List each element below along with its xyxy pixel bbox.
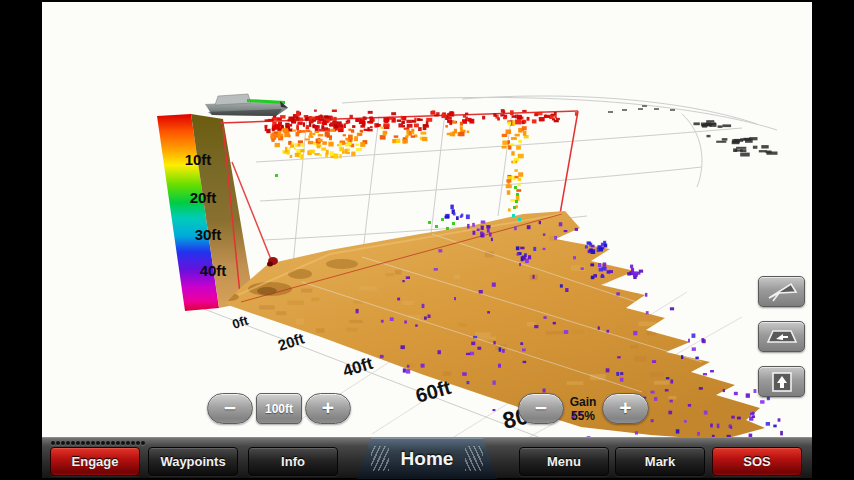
bottom-menu-bar: Engage Waypoints Info Home Menu Mark SOS (42, 437, 812, 478)
range-label-20ft: 20ft (276, 329, 307, 353)
letterbox-right (812, 0, 854, 480)
tab-hatch-decoration (371, 446, 389, 471)
view-angled-button[interactable] (758, 321, 805, 352)
engage-button[interactable]: Engage (50, 447, 140, 476)
sonar-3d-view[interactable]: 10ft 20ft 30ft 40ft 0ft 20ft 40ft 60ft 8… (42, 2, 812, 478)
range-plus-button[interactable]: + (305, 393, 351, 424)
sonar-scene: 10ft 20ft 30ft 40ft 0ft 20ft 40ft 60ft 8… (42, 2, 812, 437)
letterbox-left (0, 0, 42, 480)
depth-label-20ft: 20ft (190, 189, 217, 206)
range-value-display[interactable]: 100ft (256, 393, 302, 424)
tab-hatch-decoration (465, 446, 483, 471)
range-minus-button[interactable]: − (207, 393, 253, 424)
3d-perspective-view-icon (765, 280, 799, 304)
home-tab-button[interactable]: Home (357, 438, 497, 479)
view-overhead-button[interactable] (758, 366, 805, 397)
gain-minus-button[interactable]: − (518, 393, 564, 424)
overhead-view-icon (765, 370, 799, 394)
gain-plus-button[interactable]: + (602, 393, 649, 424)
mark-button[interactable]: Mark (615, 447, 705, 476)
depth-label-10ft: 10ft (185, 151, 212, 168)
depth-label-30ft: 30ft (195, 226, 222, 243)
distant-returns (608, 105, 778, 157)
depth-label-40ft: 40ft (200, 262, 227, 279)
waypoints-button[interactable]: Waypoints (148, 447, 238, 476)
angled-view-icon (765, 325, 799, 349)
surface-clutter-returns (265, 109, 578, 211)
plus-icon: + (619, 397, 631, 418)
grip-dots (51, 441, 145, 445)
gain-readout: Gain 55% (565, 395, 601, 423)
range-label-40ft: 40ft (341, 354, 376, 381)
boat-icon (205, 94, 288, 116)
minus-icon: − (224, 397, 236, 418)
menu-button[interactable]: Menu (519, 447, 609, 476)
plus-icon: + (322, 397, 334, 418)
minus-icon: − (535, 397, 547, 418)
sos-button[interactable]: SOS (712, 447, 802, 476)
range-label-0ft: 0ft (230, 312, 250, 331)
info-button[interactable]: Info (248, 447, 338, 476)
view-3d-perspective-button[interactable] (758, 276, 805, 307)
chartplotter-screen: 10ft 20ft 30ft 40ft 0ft 20ft 40ft 60ft 8… (0, 0, 854, 480)
